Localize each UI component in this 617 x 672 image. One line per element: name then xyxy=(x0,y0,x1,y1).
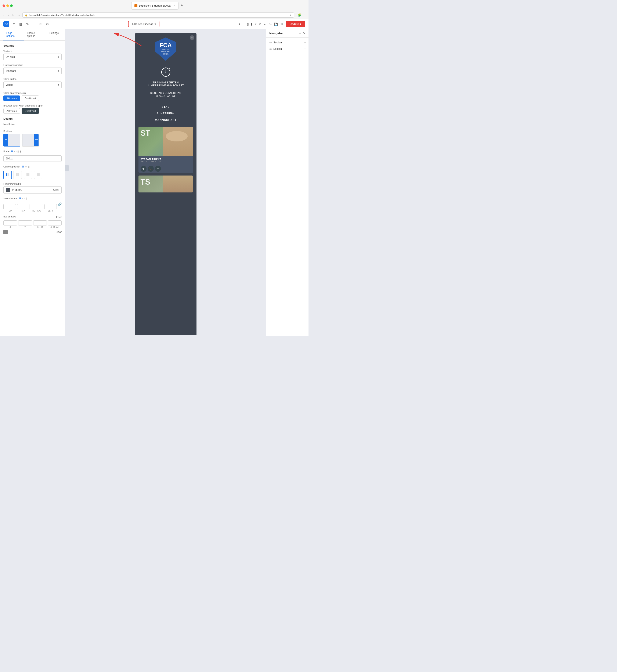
layout-icon[interactable]: ▦ xyxy=(18,21,23,27)
cp-top-left[interactable] xyxy=(3,171,12,179)
pos-line xyxy=(5,141,7,141)
navigator-close-icon[interactable]: ✕ xyxy=(303,31,305,35)
tablet-view-icon[interactable]: ▭ xyxy=(243,22,245,26)
collapse-panel-button[interactable]: ‹ xyxy=(65,165,68,171)
forward-button[interactable]: › xyxy=(7,13,10,17)
be-logo: Be xyxy=(3,21,9,27)
navigator-menu-icon[interactable]: ☰ xyxy=(298,31,301,35)
preview-icon[interactable]: 👁 xyxy=(280,22,283,26)
schedule1: DIENSTAG & DONNERSTAG xyxy=(150,92,181,94)
activate-button[interactable]: Aktivieren xyxy=(3,95,20,101)
left-input[interactable] xyxy=(44,204,57,209)
new-tab-button[interactable]: + xyxy=(179,2,185,10)
content-position-label: Content position xyxy=(3,165,20,168)
visibility-label: Visibility xyxy=(3,50,62,52)
navigator-section-1[interactable]: ▭ Section ▾ xyxy=(266,39,308,46)
page-selector[interactable]: 1-Herren-Sidebar ▾ xyxy=(128,21,159,27)
sort-icon[interactable]: ⇅ xyxy=(25,21,30,27)
right-input[interactable] xyxy=(17,204,30,209)
update-button[interactable]: Update ▾ xyxy=(286,21,305,27)
color-clear-button[interactable]: Clear xyxy=(53,188,59,191)
person1-info: STEFAN TRIPKE SPORTDIREKTOR xyxy=(139,156,193,165)
blur-input[interactable] xyxy=(33,220,47,225)
y-input[interactable] xyxy=(18,220,32,225)
innenabstand-mobile[interactable]: ▯ xyxy=(25,197,27,200)
content-tablet-icon[interactable]: ▭ xyxy=(25,165,27,168)
close-button-select[interactable]: Visible ▾ xyxy=(3,81,62,88)
toolbar-right: 🖥 ▭ ▯ ▮ ? ⊙ ↩ ↪ 💾 👁 Update ▾ xyxy=(238,21,305,27)
template-icon[interactable]: ▭ xyxy=(32,21,36,27)
save-draft-icon[interactable]: 💾 xyxy=(274,22,278,26)
settings-section: Settings Visibility On click ▾ Eingangsa… xyxy=(3,44,62,114)
tab-settings[interactable]: Settings xyxy=(47,29,62,40)
cp-stretch[interactable] xyxy=(34,171,42,179)
browser-scroll-label: Browser scroll when sidemenu is open xyxy=(3,104,62,107)
content-mobile-icon[interactable]: ▯ xyxy=(28,165,30,168)
back-button[interactable]: ‹ xyxy=(3,13,5,17)
person-photo-1: ST xyxy=(139,127,193,156)
address-input[interactable]: 🔒 fca.isar3.de/wp-admin/post.php?post=36… xyxy=(22,12,294,18)
extensions-button[interactable]: 🧩 xyxy=(298,13,301,17)
sidebar-close-button[interactable]: ✕ xyxy=(190,35,194,40)
navigator-actions: ☰ ✕ xyxy=(298,31,305,35)
cp-bottom[interactable] xyxy=(24,171,32,179)
tab-page-options[interactable]: Page options xyxy=(3,29,24,40)
color-field[interactable]: #4B525C Clear xyxy=(3,186,62,194)
minimize-window-button[interactable] xyxy=(6,4,9,7)
navigator-section-2[interactable]: ▭ Section ▾ xyxy=(266,46,308,52)
mobile-view-icon[interactable]: ▯ xyxy=(247,22,249,26)
desktop-resp-icon[interactable]: 🖥 xyxy=(11,150,13,153)
close-window-button[interactable] xyxy=(3,4,5,7)
person-card-2: TS xyxy=(139,176,193,193)
tablet-resp-icon[interactable]: ▭ xyxy=(14,150,16,153)
settings-title: Settings xyxy=(3,44,62,47)
shadow-color-swatch[interactable] xyxy=(3,230,8,234)
refresh-button[interactable]: ↻ xyxy=(11,13,15,17)
home-button[interactable]: ⌂ xyxy=(17,13,21,17)
position-left-button[interactable] xyxy=(3,134,20,147)
settings-button[interactable]: ⋮ xyxy=(303,13,306,17)
narrow-view-icon[interactable]: ▮ xyxy=(250,22,252,26)
cp-center[interactable] xyxy=(14,171,22,179)
spread-input[interactable] xyxy=(48,220,62,225)
clear2-button[interactable]: Clear xyxy=(55,231,62,234)
activate2-button[interactable]: Aktivieren xyxy=(3,108,20,114)
visibility-select[interactable]: On click ▾ xyxy=(3,53,62,60)
person1-action-email[interactable]: ✉ xyxy=(155,166,161,172)
mobile-resp-icon[interactable]: ▯ xyxy=(17,150,19,153)
left-panel: Page options Theme options Settings Sett… xyxy=(0,29,65,336)
deactivate-button[interactable]: Deaktiviert xyxy=(22,95,39,101)
pos-line xyxy=(35,140,38,140)
gear-icon[interactable]: ⚙ xyxy=(45,21,49,27)
svg-point-12 xyxy=(165,72,166,73)
undo-icon[interactable]: ↩ xyxy=(264,22,266,26)
view-icons: 🖥 ▭ ▯ ▮ xyxy=(238,22,252,26)
person1-action-delete[interactable]: 🗑 xyxy=(141,166,147,172)
person1-action-phone[interactable]: 📞 xyxy=(148,166,154,172)
position-right-button[interactable] xyxy=(22,134,39,147)
desktop-view-icon[interactable]: 🖥 xyxy=(238,22,241,26)
inset-fields: TOP RIGHT BOTTOM xyxy=(3,204,57,212)
x-input[interactable] xyxy=(3,220,17,225)
small-resp-icon[interactable]: ▮ xyxy=(20,150,21,153)
innenabstand-field: Innenabstand 🖥 ▭ ▯ TOP xyxy=(3,197,62,212)
add-page-icon[interactable]: ⊕ xyxy=(12,21,16,27)
redo-icon[interactable]: ↪ xyxy=(269,22,272,26)
traffic-lights xyxy=(3,4,13,7)
content-desktop-icon[interactable]: 🖥 xyxy=(22,165,24,168)
link-icon[interactable]: 🔗 xyxy=(58,202,62,206)
eingangsanimation-select[interactable]: Standard ▾ xyxy=(3,67,62,74)
history-icon[interactable]: ⟳ xyxy=(38,21,43,27)
layers-icon[interactable]: ⊙ xyxy=(259,22,261,26)
top-input[interactable] xyxy=(3,204,16,209)
breite-input[interactable] xyxy=(3,156,62,162)
innenabstand-tablet[interactable]: ▭ xyxy=(22,197,25,200)
maximize-window-button[interactable] xyxy=(10,4,13,7)
innenabstand-desktop[interactable]: 🖥 xyxy=(19,197,21,200)
bottom-input[interactable] xyxy=(31,204,43,209)
tab-close-button[interactable]: × xyxy=(174,4,175,7)
bottom-label: BOTTOM xyxy=(31,210,43,212)
deactivate2-button[interactable]: Deaktiviert xyxy=(22,108,39,114)
question-icon[interactable]: ? xyxy=(255,22,256,26)
tab-theme-options[interactable]: Theme options xyxy=(24,29,46,40)
